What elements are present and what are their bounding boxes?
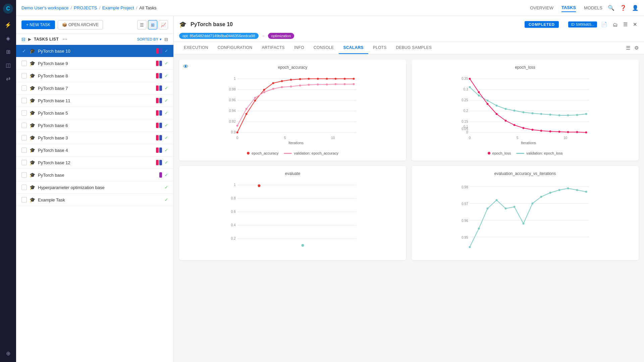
task-item[interactable]: 🎓 PyTorch base 8 ✓ <box>16 70 173 82</box>
svg-point-114 <box>487 207 489 209</box>
task-type-icon: 🎓 <box>30 185 35 190</box>
expand-icon[interactable]: ▶ <box>28 37 31 42</box>
svg-text:10: 10 <box>331 136 335 140</box>
sidebar-icon-experiments[interactable]: ◈ <box>2 32 14 44</box>
task-name: PyTorch base 12 <box>38 160 153 165</box>
tab-execution[interactable]: EXECUTION <box>179 42 213 54</box>
task-checkbox[interactable] <box>21 123 27 128</box>
svg-point-78 <box>469 78 471 80</box>
svg-text:0.96: 0.96 <box>462 219 468 223</box>
task-colors <box>156 110 162 116</box>
tab-scalars[interactable]: SCALARS <box>339 42 368 54</box>
sidebar-icon-add[interactable]: ⊕ <box>2 347 14 359</box>
task-checkbox[interactable] <box>21 147 27 153</box>
task-checkbox[interactable] <box>21 172 27 178</box>
task-checkbox[interactable] <box>21 135 27 140</box>
view-grid-button[interactable]: ⊞ <box>148 20 157 29</box>
task-item[interactable]: 🎓 PyTorch base 11 ✓ <box>16 95 173 107</box>
task-checkbox[interactable] <box>21 110 27 116</box>
tab-plots[interactable]: PLOTS <box>368 42 391 54</box>
help-icon[interactable]: ❓ <box>620 5 627 11</box>
tab-info[interactable]: INFO <box>289 42 309 54</box>
breadcrumb-project[interactable]: Example Project <box>102 5 134 10</box>
svg-point-112 <box>469 246 471 248</box>
task-item[interactable]: 🎓 PyTorch base 4 ✓ <box>16 144 173 157</box>
legend-color <box>488 152 490 155</box>
task-checkbox[interactable] <box>21 185 27 190</box>
svg-point-75 <box>567 114 569 116</box>
svg-point-20 <box>254 100 256 102</box>
svg-point-84 <box>523 127 525 129</box>
task-complete-icon: ✓ <box>165 148 168 153</box>
task-checkbox[interactable] <box>21 61 27 66</box>
svg-point-79 <box>478 91 480 93</box>
nav-tab-overview[interactable]: OVERVIEW <box>530 4 553 12</box>
view-list-button[interactable]: ☰ <box>137 20 147 29</box>
tab-artifacts[interactable]: ARTIFACTS <box>257 42 289 54</box>
menu-button[interactable]: ☰ <box>622 20 629 29</box>
task-colors <box>156 85 162 91</box>
view-chart-button[interactable]: 📈 <box>159 20 168 29</box>
task-item[interactable]: 🎓 PyTorch base ✓ <box>16 169 173 181</box>
task-item[interactable]: 🎓 PyTorch base 3 ✓ <box>16 132 173 144</box>
task-tags: opt: 85e5482ddd7149b8ba0446356eedca98 → … <box>174 33 644 42</box>
task-type-icon: 🎓 <box>30 197 35 202</box>
sorted-by[interactable]: SORTED BY ▾ <box>137 37 162 42</box>
sidebar-icon-dashboard[interactable]: ⚡ <box>2 19 14 31</box>
chart-eval-accuracy: evaluation_accuracy_vs_iterations 0.98 0… <box>412 166 639 260</box>
svg-point-74 <box>558 114 560 116</box>
open-archive-button[interactable]: 📦 OPEN ARCHIVE <box>58 20 103 29</box>
list-view-icon[interactable]: ☰ <box>626 45 630 51</box>
tab-configuration[interactable]: CONFIGURATION <box>213 42 257 54</box>
app-logo[interactable]: C <box>2 3 14 15</box>
sidebar-icon-models[interactable]: ◫ <box>2 59 14 71</box>
breadcrumb-projects[interactable]: PROJECTS <box>74 5 97 10</box>
task-item[interactable]: ✓ 🎓 PyTorch base 10 ✓ <box>16 45 173 57</box>
task-item[interactable]: 🎓 PyTorch base 12 ✓ <box>16 157 173 169</box>
sidebar-icon-pipelines[interactable]: ⇄ <box>2 72 14 84</box>
svg-point-81 <box>496 113 498 115</box>
task-name: PyTorch base 5 <box>38 111 153 116</box>
svg-text:0.92: 0.92 <box>229 120 236 123</box>
svg-text:C: C <box>6 6 10 11</box>
svg-point-38 <box>290 85 292 87</box>
search-icon[interactable]: 🔍 <box>608 5 614 11</box>
breadcrumb-workspace[interactable]: Demo User's workspace <box>21 5 68 10</box>
task-item[interactable]: 🎓 PyTorch base 7 ✓ <box>16 82 173 95</box>
collapse-icon[interactable]: ⊟ <box>21 37 25 42</box>
user-icon[interactable]: 👤 <box>632 5 639 11</box>
task-item[interactable]: 🎓 PyTorch base 5 ✓ <box>16 107 173 119</box>
task-name: PyTorch base 9 <box>38 61 153 66</box>
task-item[interactable]: 🎓 PyTorch base 6 ✓ <box>16 119 173 132</box>
sidebar-icon-datasets[interactable]: ⊞ <box>2 46 14 58</box>
tab-debug-samples[interactable]: DEBUG SAMPLES <box>391 42 437 54</box>
task-checkbox[interactable] <box>21 85 27 91</box>
legend-color <box>247 152 250 155</box>
legend-label: validation: epoch_accuracy <box>294 151 338 155</box>
tab-console[interactable]: CONSOLE <box>309 42 339 54</box>
id-label: ID <box>571 22 575 26</box>
nav-tabs-top: OVERVIEW TASKS MODELS <box>530 4 602 12</box>
task-item[interactable]: 🎓 Example Task ✓ <box>16 194 173 206</box>
nav-tab-tasks[interactable]: TASKS <box>561 4 576 12</box>
eye-icon[interactable]: 👁 <box>183 64 189 70</box>
nav-tab-models[interactable]: MODELS <box>584 4 602 12</box>
color-dot <box>159 48 162 54</box>
new-task-button[interactable]: + NEW TASK <box>21 20 55 29</box>
task-checkbox[interactable] <box>21 98 27 103</box>
task-checkbox[interactable] <box>21 160 27 165</box>
task-checkbox[interactable] <box>21 73 27 78</box>
copy-file-button[interactable]: 📄 <box>600 20 609 29</box>
task-item[interactable]: 🎓 Hyperparameter optimization base ✓ <box>16 181 173 194</box>
task-checkbox[interactable] <box>21 197 27 202</box>
svg-point-117 <box>514 206 516 208</box>
breadcrumb-current: All Tasks <box>139 5 156 10</box>
settings-icon[interactable]: ⚙ <box>634 45 639 51</box>
close-button[interactable]: ✕ <box>632 20 639 29</box>
task-id-badge: ID 59f99d65... <box>568 21 597 27</box>
file-button[interactable]: 🗂 <box>611 20 619 29</box>
task-item[interactable]: 🎓 PyTorch base 9 ✓ <box>16 57 173 70</box>
filter-icon[interactable]: ⊟ <box>164 37 168 42</box>
filter-options-icon[interactable]: ⋯ <box>63 37 67 42</box>
svg-text:0: 0 <box>466 130 468 134</box>
